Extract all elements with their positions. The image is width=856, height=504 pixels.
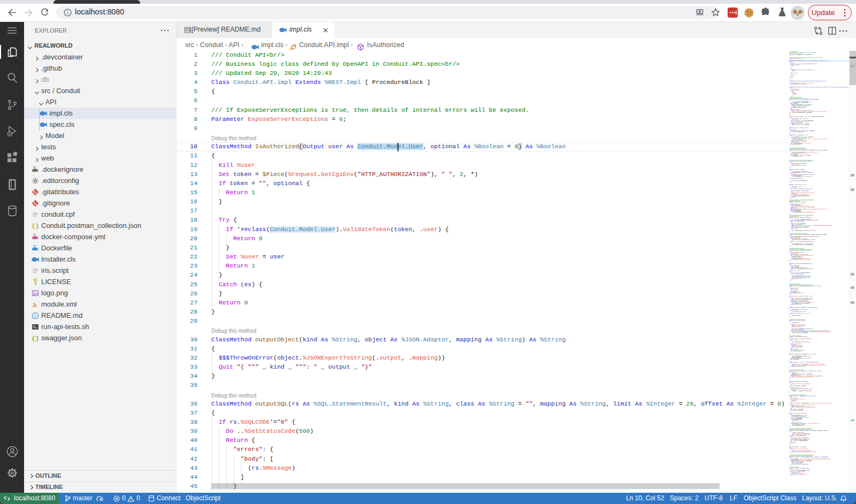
- svg-text:{}: {}: [32, 223, 39, 230]
- svg-text:{}: {}: [32, 335, 39, 342]
